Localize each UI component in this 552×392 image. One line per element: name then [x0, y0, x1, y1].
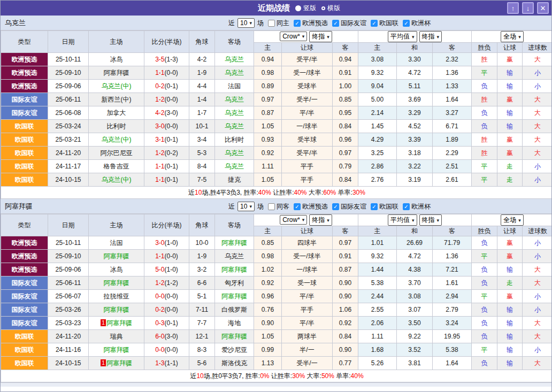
view-mode-horizontal-radio[interactable]: 横版 [321, 4, 340, 13]
bottom-strip [1, 382, 551, 387]
league-filter-checkbox[interactable]: ✓ [403, 20, 410, 27]
odds-cell: 平手 [282, 173, 333, 187]
column-header: 角球 [189, 31, 215, 53]
average-group-header: 平均值▾终指▾ [358, 214, 472, 226]
average-odds-cell: 2.51 [433, 160, 472, 173]
half-time-score: (0-0) [165, 96, 178, 103]
full-time-score: 1-3 [155, 359, 164, 367]
half-time-score: (0-1) [165, 163, 178, 170]
half-time-score: (0-0) [165, 306, 178, 313]
home-team-name: 加拿大 [107, 109, 126, 117]
same-venue-checkbox[interactable] [268, 203, 275, 210]
home-team-cell: 冰岛 [89, 263, 144, 276]
score-cell: 4-2(3-0) [144, 106, 189, 120]
home-team-name: 乌克兰(中) [102, 82, 132, 90]
league-filter-checkbox[interactable]: ✓ [371, 20, 378, 27]
away-team-cell: 乌克兰 [215, 106, 254, 120]
average-source-select[interactable]: 平均值▾ [388, 31, 417, 42]
result-cell: 小 [523, 173, 552, 187]
away-team-name: 乌克兰 [225, 163, 244, 170]
score-cell: 3-0(0-0) [144, 120, 189, 133]
league-badge: 国际友谊 [1, 317, 48, 330]
score-cell: 1-1(0-0) [144, 250, 189, 263]
full-time-score: 1-2 [155, 279, 164, 287]
league-filter-checkbox[interactable]: ✓ [403, 203, 410, 210]
league-filter-checkbox[interactable]: ✓ [294, 203, 301, 210]
chevron-down-icon: ▾ [437, 218, 440, 223]
odds-final-select[interactable]: 终指▾ [309, 214, 332, 226]
odds-cell: 0.97 [254, 93, 282, 106]
corners-cell: 4-2 [189, 53, 215, 66]
home-team-name: 阿塞拜疆 [104, 69, 129, 76]
column-header: 比分(半场) [144, 214, 189, 236]
match-row: 欧洲预选25-09-10阿塞拜疆1-1(0-0)1-9乌克兰0.98受一/球半0… [1, 250, 552, 263]
chevron-down-icon: ▾ [518, 218, 521, 223]
same-venue-label: 同客 [277, 202, 289, 211]
odds-source-select[interactable]: Crow*▾ [280, 215, 307, 225]
match-count-select[interactable]: 10▾ [237, 18, 255, 28]
odds-final-select[interactable]: 终指▾ [309, 31, 332, 42]
average-odds-cell: 5.38 [358, 276, 397, 290]
away-team-name: 乌克兰 [225, 69, 244, 76]
half-time-score: (0-1) [165, 136, 178, 143]
average-source-select[interactable]: 平均值▾ [388, 214, 417, 226]
corners-cell: 5-3 [189, 147, 215, 160]
odds-cell: 0.91 [333, 66, 358, 80]
chevron-down-icon: ▾ [249, 204, 252, 209]
view-mode-horizontal-label: 横版 [327, 4, 340, 13]
corners-cell: 7-5 [189, 173, 215, 187]
full-match-select[interactable]: 全场▾ [501, 31, 524, 42]
column-header: 类型 [1, 214, 48, 236]
average-final-select[interactable]: 终指▾ [419, 31, 442, 42]
half-time-score: (1-0) [165, 266, 178, 273]
full-time-score: 4-2 [155, 109, 164, 117]
match-row: 国际友谊25-06-11新西兰(中)1-2(0-0)1-4乌克兰0.97受半/一… [1, 93, 552, 106]
league-filter-checkbox[interactable]: ✓ [294, 20, 301, 27]
odds-cell: 1.06 [333, 303, 358, 317]
same-venue-checkbox[interactable] [268, 20, 275, 27]
league-filter-checkbox[interactable]: ✓ [332, 203, 339, 210]
home-team-name: 冰岛 [110, 56, 123, 63]
date-cell: 24-11-20 [48, 330, 89, 343]
full-time-score: 6-0 [155, 333, 164, 340]
odds-cell: 受一/球半 [282, 66, 333, 80]
average-final-select[interactable]: 终指▾ [419, 214, 442, 226]
odds-group-header: Crow*▾终指▾ [254, 31, 358, 43]
league-filter-checkbox[interactable]: ✓ [371, 203, 378, 210]
league-filter-label: 欧洲预选 [302, 202, 328, 211]
league-badge: 欧国联 [1, 120, 48, 133]
league-badge: 欧国联 [1, 147, 48, 160]
column-header: 主场 [89, 31, 144, 53]
column-header: 比分(半场) [144, 31, 189, 53]
home-team-name: 瑞典 [110, 333, 123, 340]
result-cell: 大 [523, 133, 552, 147]
view-mode-vertical-radio[interactable]: 竖版 [295, 4, 316, 13]
average-odds-cell: 4.52 [397, 120, 433, 133]
full-match-select[interactable]: 全场▾ [501, 214, 524, 226]
odds-cell: 0.84 [333, 120, 358, 133]
odds-cell: 0.77 [333, 357, 358, 370]
match-row: 国际友谊25-03-26阿塞拜疆0-2(0-0)7-11白俄罗斯0.76平手1.… [1, 303, 552, 317]
move-down-button[interactable]: ↓ [522, 2, 534, 14]
match-row: 国际友谊25-03-231阿塞拜疆0-3(0-1)7-7海地0.90平/半0.9… [1, 317, 552, 330]
sub-column-header: 主 [254, 226, 282, 236]
away-team-name: 匈牙利 [225, 279, 244, 287]
odds-source-select[interactable]: Crow*▾ [280, 32, 307, 41]
league-filter-checkbox[interactable]: ✓ [332, 20, 339, 27]
date-cell: 25-10-11 [48, 53, 89, 66]
league-badge: 欧洲预选 [1, 263, 48, 276]
league-badge: 国际友谊 [1, 276, 48, 290]
average-odds-cell: 3.30 [397, 53, 433, 66]
move-up-button[interactable]: ↑ [507, 2, 519, 14]
result-cell: 赢 [497, 53, 523, 66]
match-count-select[interactable]: 10▾ [237, 202, 255, 211]
date-cell: 24-10-15 [48, 357, 89, 370]
full-time-score: 3-0 [155, 239, 164, 247]
close-button[interactable]: ✕ [537, 2, 549, 14]
average-odds-cell: 5.26 [358, 357, 397, 370]
result-cell: 胜 [472, 53, 497, 66]
away-team-name: 阿塞拜疆 [221, 239, 247, 247]
league-badge: 欧国联 [1, 330, 48, 343]
home-team-name: 拉脱维亚 [104, 293, 129, 300]
sub-column-header: 客 [433, 226, 472, 236]
